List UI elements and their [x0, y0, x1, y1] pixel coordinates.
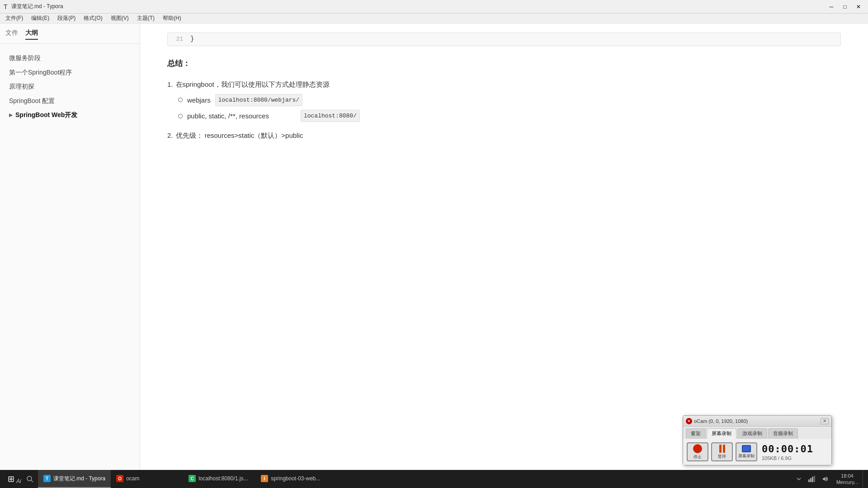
ocam-body: 停止 暂停 屏幕录制 00:00:01 105KB / 6.9G — [683, 439, 831, 465]
taskbar-app-idea[interactable]: I springboot-03-web... — [255, 470, 328, 488]
menu-theme[interactable]: 主题(T) — [133, 14, 158, 23]
list-item-1: 1. 在springboot，我们可以使用以下方式处理静态资源 webjars … — [167, 78, 841, 122]
taskbar: ⊞ T 课堂笔记.md - Typora O ocam C localhost:… — [0, 470, 868, 488]
main-list: 1. 在springboot，我们可以使用以下方式处理静态资源 webjars … — [167, 78, 841, 142]
svg-point-0 — [27, 476, 32, 481]
svg-line-1 — [31, 480, 33, 482]
sidebar-item-springboot-first[interactable]: 第一个SpringBoot程序 — [0, 66, 140, 80]
window-controls: ─ □ ✕ — [826, 2, 864, 11]
sidebar-tabs: 文件 大纲 — [0, 29, 140, 44]
list-num-2: 2. — [167, 129, 173, 141]
idea-app-label: springboot-03-web... — [271, 475, 320, 482]
screen-label: 屏幕录制 — [738, 453, 755, 459]
chrome-app-label: localhost:8080/1.js... — [198, 475, 248, 482]
ocam-stop-button[interactable]: 停止 — [687, 442, 708, 461]
tray-network-icon[interactable] — [806, 470, 818, 488]
ocam-window: ● oCam (0, 0, 1920, 1080) ✕ 窗架 屏幕录制 游戏录制… — [683, 415, 832, 465]
start-button[interactable]: ⊞ — [0, 470, 22, 488]
sidebar-items: 微服务阶段 第一个SpringBoot程序 原理初探 SpringBoot 配置… — [0, 49, 140, 124]
clock-time: 18:04 — [836, 473, 858, 479]
ocam-tab-audio[interactable]: 音频录制 — [768, 428, 798, 439]
sidebar-item-principle[interactable]: 原理初探 — [0, 80, 140, 94]
arrow-icon: ▶ — [9, 112, 13, 118]
tab-files[interactable]: 文件 — [5, 29, 18, 40]
menu-help[interactable]: 帮助(H) — [159, 14, 185, 23]
sub-label-public: public, static, /**, resources — [187, 110, 269, 122]
section-heading: 总结： — [167, 57, 841, 71]
taskbar-app-typora[interactable]: T 课堂笔记.md - Typora — [38, 470, 111, 488]
sidebar-item-config[interactable]: SpringBoot 配置 — [0, 94, 140, 108]
ocam-tabs: 窗架 屏幕录制 游戏录制 音频录制 — [683, 427, 831, 439]
line-number: 21 — [168, 34, 190, 44]
list-item-2: 2. 优先级： resources>static（默认）>public — [167, 129, 841, 141]
content-area[interactable]: 21 } 总结： 1. 在springboot，我们可以使用以下方式处理静态资源… — [140, 23, 868, 474]
tab-outline[interactable]: 大纲 — [25, 29, 38, 40]
circle-icon-1 — [178, 98, 183, 102]
svg-rect-2 — [808, 479, 810, 482]
sub-list-item-public: public, static, /**, resources localhost… — [178, 110, 841, 122]
ocam-title-text: oCam (0, 0, 1920, 1080) — [694, 418, 748, 424]
sidebar-item-web[interactable]: ▶ SpringBoot Web开发 — [0, 108, 140, 122]
pause-label: 暂停 — [718, 454, 726, 460]
ocam-title-left: ● oCam (0, 0, 1920, 1080) — [686, 418, 748, 424]
list-text-2: 优先级： resources>static（默认）>public — [176, 129, 303, 141]
ocam-screen-button[interactable]: 屏幕录制 — [736, 442, 757, 461]
taskbar-app-chrome[interactable]: C localhost:8080/1.js... — [183, 470, 255, 488]
list-item-1-text: 1. 在springboot，我们可以使用以下方式处理静态资源 — [167, 78, 841, 90]
close-button[interactable]: ✕ — [853, 2, 864, 11]
tray-volume-icon[interactable] — [819, 470, 832, 488]
menu-edit[interactable]: 编辑(E) — [28, 14, 53, 23]
chrome-icon: C — [189, 475, 196, 482]
search-button[interactable] — [22, 470, 38, 488]
list-item-2-text: 2. 优先级： resources>static（默认）>public — [167, 129, 841, 141]
system-clock[interactable]: 18:04 Mercury... — [833, 473, 862, 486]
menu-file[interactable]: 文件(F) — [2, 14, 27, 23]
window-title: 课堂笔记.md - Typora — [11, 3, 63, 10]
search-icon — [26, 475, 33, 483]
code-webjars: localhost:8080/webjars/ — [215, 94, 302, 106]
ocam-timer-section: 00:00:01 105KB / 6.9G — [762, 443, 813, 461]
sub-list-1: webjars localhost:8080/webjars/ public, … — [178, 94, 841, 122]
code-line-21: 21 } — [168, 33, 840, 46]
tray-chevron-icon — [796, 476, 802, 482]
ocam-taskbar-icon: O — [116, 475, 123, 482]
list-text-1: 在springboot，我们可以使用以下方式处理静态资源 — [176, 78, 330, 90]
ocam-tab-game[interactable]: 游戏录制 — [737, 428, 767, 439]
maximize-button[interactable]: □ — [839, 2, 851, 11]
taskbar-right: 18:04 Mercury... — [793, 470, 868, 488]
menu-view[interactable]: 视图(V) — [107, 14, 132, 23]
clock-extra: Mercury... — [836, 479, 858, 485]
menu-format[interactable]: 格式(O) — [80, 14, 106, 23]
minimize-button[interactable]: ─ — [826, 2, 837, 11]
ocam-titlebar: ● oCam (0, 0, 1920, 1080) ✕ — [683, 416, 831, 427]
network-icon — [808, 476, 816, 482]
line-content: } — [190, 33, 194, 45]
sub-list-item-webjars: webjars localhost:8080/webjars/ — [178, 94, 841, 106]
ocam-pause-button[interactable]: 暂停 — [711, 442, 733, 461]
ocam-timer: 00:00:01 — [762, 443, 813, 455]
sub-label-webjars: webjars — [187, 94, 211, 106]
code-public: localhost:8080/ — [301, 110, 360, 122]
sidebar: 文件 大纲 微服务阶段 第一个SpringBoot程序 原理初探 SpringB… — [0, 23, 140, 474]
typora-icon: T — [43, 475, 51, 482]
ocam-file-size: 105KB / 6.9G — [762, 455, 813, 461]
taskbar-app-ocam[interactable]: O ocam — [111, 470, 183, 488]
pause-icon — [719, 445, 725, 453]
circle-icon-2 — [178, 114, 183, 118]
code-block: 21 } — [167, 33, 841, 46]
ocam-tab-window[interactable]: 窗架 — [686, 428, 706, 439]
monitor-icon — [742, 445, 751, 452]
ocam-controls: 停止 暂停 屏幕录制 00:00:01 105KB / 6.9G — [687, 442, 828, 461]
svg-marker-6 — [823, 477, 826, 481]
tray-icons[interactable] — [793, 470, 805, 488]
ocam-tab-screen[interactable]: 屏幕录制 — [707, 428, 736, 439]
typora-app-label: 课堂笔记.md - Typora — [53, 475, 105, 483]
sidebar-item-microservice[interactable]: 微服务阶段 — [0, 51, 140, 66]
show-desktop-button[interactable] — [863, 470, 866, 488]
list-num-1: 1. — [167, 78, 173, 90]
ocam-close-button[interactable]: ✕ — [821, 418, 829, 424]
menu-paragraph[interactable]: 段落(P) — [54, 14, 79, 23]
svg-rect-3 — [810, 478, 811, 482]
svg-rect-5 — [814, 476, 815, 482]
idea-icon: I — [261, 475, 268, 482]
